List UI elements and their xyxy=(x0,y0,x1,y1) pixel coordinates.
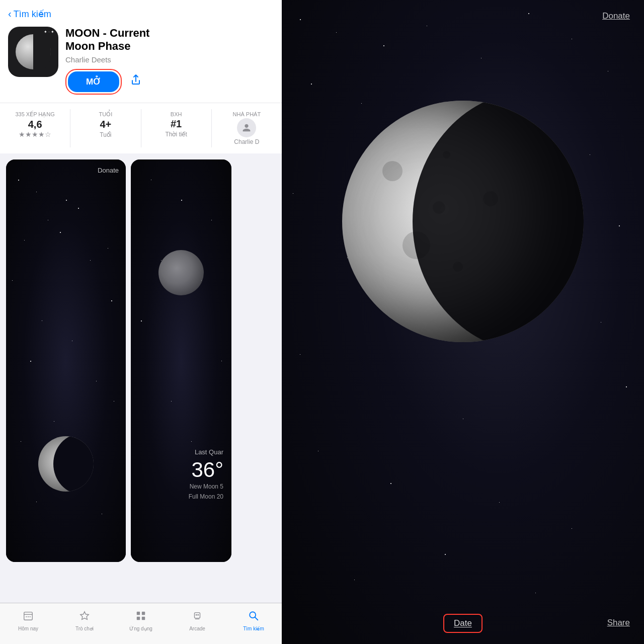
back-chevron-icon: ‹ xyxy=(8,8,12,20)
apps-icon xyxy=(135,610,146,624)
screenshot2-moon xyxy=(158,250,204,295)
svg-rect-6 xyxy=(142,611,145,614)
app-info-row: ✦ · ✦ MOON - CurrentMoon Phase Charlie D… xyxy=(8,27,274,95)
screenshot1-background: Donate xyxy=(6,159,126,562)
open-button[interactable]: MỞ xyxy=(68,71,119,92)
svg-rect-4 xyxy=(30,616,31,617)
svg-rect-3 xyxy=(28,616,29,617)
developer-label: NHÀ PHÁT xyxy=(233,111,261,117)
temp-value: 36° xyxy=(189,458,223,482)
today-icon xyxy=(23,610,34,624)
full-moon-text: Full Moon 20 xyxy=(189,492,223,502)
stat-age: TUỔI 4+ Tuổi xyxy=(70,109,141,147)
games-icon xyxy=(79,610,90,624)
app-icon: ✦ · ✦ xyxy=(8,27,58,77)
tab-arcade[interactable]: Arcade xyxy=(169,610,225,631)
screenshot2-info: Last Quar 36° New Moon 5 Full Moon 20 xyxy=(189,448,223,501)
date-button-wrapper: Date xyxy=(443,614,482,633)
arcade-label: Arcade xyxy=(189,626,205,631)
app-store-panel: ‹ Tìm kiếm ✦ · ✦ MOON - CurrentMoon Phas… xyxy=(0,0,282,644)
app-details: MOON - CurrentMoon Phase Charlie Deets M… xyxy=(65,27,274,95)
right-share-button[interactable]: Share xyxy=(607,618,630,628)
developer-avatar xyxy=(237,118,256,137)
svg-rect-2 xyxy=(26,616,27,617)
right-donate-button[interactable]: Donate xyxy=(602,11,630,21)
screenshot-1[interactable]: Donate xyxy=(6,159,126,562)
games-label: Trò chơi xyxy=(75,626,94,631)
svg-rect-5 xyxy=(137,611,140,614)
tab-games[interactable]: Trò chơi xyxy=(56,610,113,631)
svg-point-10 xyxy=(197,614,199,615)
new-moon-text: New Moon 5 xyxy=(189,482,223,492)
svg-point-9 xyxy=(196,614,197,615)
app-icon-moon-graphic xyxy=(16,34,51,69)
phase-text: Last Quar xyxy=(189,448,223,456)
moon-shadow xyxy=(413,101,584,342)
moon-app-panel: Donate Share Date xyxy=(282,0,644,644)
chart-sub: Thời tiết xyxy=(165,131,187,138)
screenshots-section: Donate xyxy=(0,153,282,603)
ratings-stars: ★★★★☆ xyxy=(19,130,51,138)
age-value: 4+ xyxy=(100,119,111,130)
share-button[interactable] xyxy=(130,74,142,89)
open-button-wrapper: MỞ xyxy=(65,69,122,95)
today-label: Hôm nay xyxy=(18,626,38,631)
crater-1 xyxy=(382,161,403,181)
age-sub: Tuổi xyxy=(100,131,111,138)
app-title: MOON - CurrentMoon Phase xyxy=(65,27,274,53)
crescent-moon xyxy=(38,436,94,492)
developer-name: Charlie D xyxy=(234,138,259,145)
screenshot2-background: Last Quar 36° New Moon 5 Full Moon 20 xyxy=(131,159,231,562)
stars-layer-1 xyxy=(6,159,126,562)
svg-rect-0 xyxy=(24,612,33,620)
chart-value: #1 xyxy=(171,118,182,130)
tab-search[interactable]: Tìm kiếm xyxy=(225,610,282,631)
large-moon xyxy=(342,101,584,342)
svg-rect-8 xyxy=(142,616,145,619)
app-actions: MỞ xyxy=(65,69,274,95)
chart-label: BXH xyxy=(171,111,182,117)
app-header-card: ‹ Tìm kiếm ✦ · ✦ MOON - CurrentMoon Phas… xyxy=(0,0,282,103)
stars-layer-2 xyxy=(131,159,231,562)
crescent-shadow xyxy=(53,436,94,492)
back-navigation[interactable]: ‹ Tìm kiếm xyxy=(8,8,274,20)
stat-developer: NHÀ PHÁT Charlie D xyxy=(212,109,282,147)
back-label[interactable]: Tìm kiếm xyxy=(14,9,51,20)
crescent-outer xyxy=(38,436,94,492)
tab-today[interactable]: Hôm nay xyxy=(0,610,56,631)
age-label: TUỔI xyxy=(99,111,113,118)
arcade-icon xyxy=(192,610,203,624)
search-label: Tìm kiếm xyxy=(243,626,264,631)
stat-chart: BXH #1 Thời tiết xyxy=(141,109,212,147)
stat-ratings: 335 XẾP HẠNG 4,6 ★★★★☆ xyxy=(0,109,70,147)
svg-rect-7 xyxy=(137,616,140,619)
screenshot1-donate-text: Donate xyxy=(98,167,119,174)
date-button[interactable]: Date xyxy=(446,616,480,630)
app-icon-stars: ✦ · ✦ xyxy=(44,30,54,34)
svg-line-13 xyxy=(255,617,258,620)
ratings-value: 4,6 xyxy=(28,119,42,130)
tab-apps[interactable]: Ứng dụng xyxy=(113,610,169,631)
app-developer: Charlie Deets xyxy=(65,55,274,64)
search-icon xyxy=(248,610,259,624)
screenshot-2[interactable]: Last Quar 36° New Moon 5 Full Moon 20 xyxy=(131,159,231,562)
moon-details: New Moon 5 Full Moon 20 xyxy=(189,482,223,501)
stats-row: 335 XẾP HẠNG 4,6 ★★★★☆ TUỔI 4+ Tuổi BXH … xyxy=(0,103,282,153)
ratings-label: 335 XẾP HẠNG xyxy=(15,111,54,118)
tab-bar: Hôm nay Trò chơi Ứng dụng xyxy=(0,603,282,644)
apps-label: Ứng dụng xyxy=(129,626,152,631)
